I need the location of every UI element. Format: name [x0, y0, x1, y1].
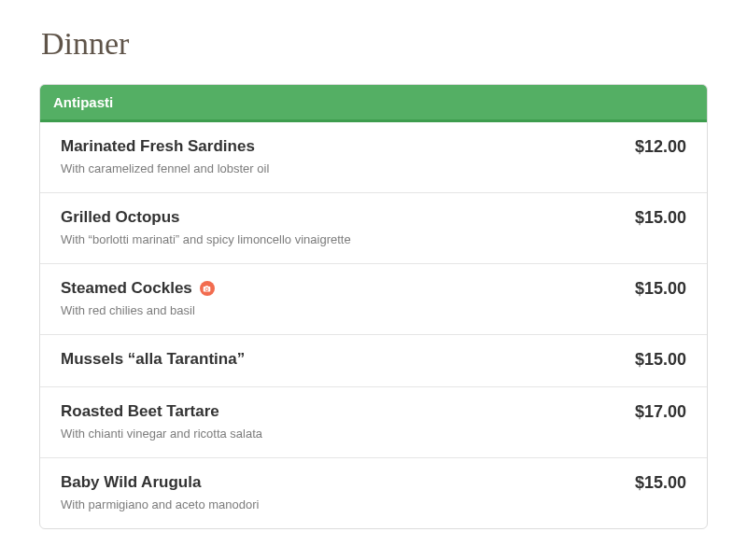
menu-item: Mussels “alla Tarantina”$15.00 [40, 334, 707, 386]
menu-item: Steamed CocklesWith red chilies and basi… [40, 263, 707, 334]
menu-item-description: With parmigiano and aceto manodori [61, 497, 616, 511]
menu-item-description: With “borlotti marinati” and spicy limon… [61, 232, 616, 246]
menu-item-title-row: Grilled Octopus [61, 208, 616, 227]
menu-item-title-row: Mussels “alla Tarantina” [61, 350, 616, 369]
menu-item-left: Roasted Beet TartareWith chianti vinegar… [61, 402, 616, 441]
camera-icon[interactable] [200, 281, 215, 296]
menu-item-name: Steamed Cockles [61, 279, 192, 298]
menu-item-left: Baby Wild ArugulaWith parmigiano and ace… [61, 473, 616, 511]
menu-item-name: Grilled Octopus [61, 208, 180, 227]
menu-item-price: $15.00 [635, 208, 686, 228]
menu-item-price: $17.00 [635, 402, 686, 422]
menu-item-title-row: Baby Wild Arugula [61, 473, 616, 492]
menu-panel: Antipasti Marinated Fresh SardinesWith c… [39, 84, 708, 529]
menu-item-price: $12.00 [635, 137, 686, 157]
menu-item-price: $15.00 [635, 473, 686, 493]
menu-item-title-row: Marinated Fresh Sardines [61, 137, 616, 156]
menu-item-description: With chianti vinegar and ricotta salata [61, 427, 616, 441]
menu-item-title-row: Roasted Beet Tartare [61, 402, 616, 421]
menu-section-header: Antipasti [40, 85, 707, 122]
menu-item-left: Marinated Fresh SardinesWith caramelized… [61, 137, 616, 175]
menu-item: Roasted Beet TartareWith chianti vinegar… [40, 386, 707, 457]
menu-item-left: Grilled OctopusWith “borlotti marinati” … [61, 208, 616, 246]
menu-item-description: With red chilies and basil [61, 303, 616, 317]
menu-item: Grilled OctopusWith “borlotti marinati” … [40, 192, 707, 263]
menu-item: Baby Wild ArugulaWith parmigiano and ace… [40, 457, 707, 528]
menu-item-left: Steamed CocklesWith red chilies and basi… [61, 279, 616, 317]
menu-item-left: Mussels “alla Tarantina” [61, 350, 616, 369]
menu-item-name: Mussels “alla Tarantina” [61, 350, 245, 369]
menu-item-title-row: Steamed Cockles [61, 279, 616, 298]
menu-item-description: With caramelized fennel and lobster oil [61, 161, 616, 175]
menu-item-price: $15.00 [635, 279, 686, 299]
menu-item: Marinated Fresh SardinesWith caramelized… [40, 122, 707, 192]
page-title: Dinner [41, 26, 708, 62]
menu-item-name: Marinated Fresh Sardines [61, 137, 255, 156]
menu-item-name: Roasted Beet Tartare [61, 402, 219, 421]
menu-items-container: Marinated Fresh SardinesWith caramelized… [40, 122, 707, 528]
menu-item-name: Baby Wild Arugula [61, 473, 201, 492]
menu-item-price: $15.00 [635, 350, 686, 370]
